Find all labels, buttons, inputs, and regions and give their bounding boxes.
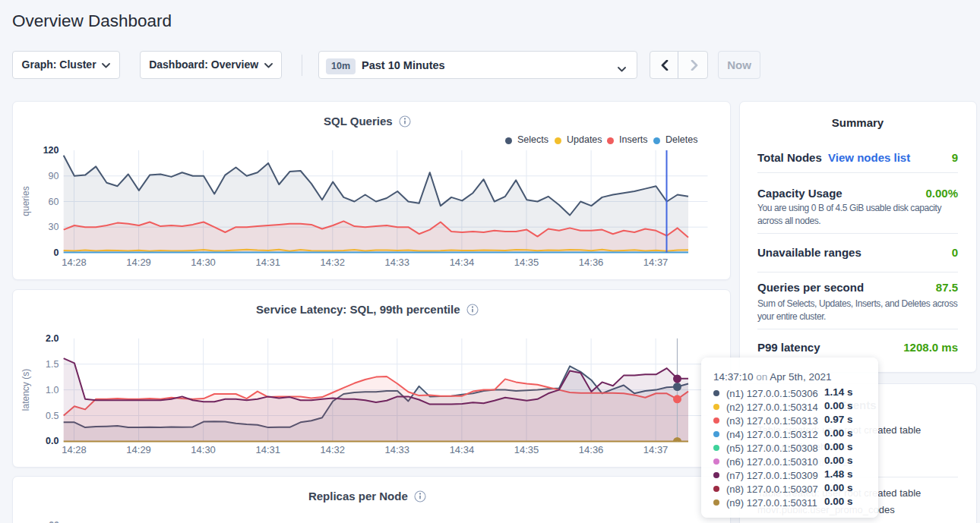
svg-text:120: 120 [43, 145, 58, 156]
svg-text:14:34: 14:34 [449, 444, 474, 455]
svg-text:14:32: 14:32 [320, 257, 345, 268]
svg-text:14:30: 14:30 [191, 257, 216, 268]
svg-text:14:35: 14:35 [514, 257, 539, 268]
svg-text:0: 0 [53, 247, 58, 258]
svg-text:14:30: 14:30 [191, 444, 216, 455]
svg-text:14:35: 14:35 [514, 444, 539, 455]
svg-text:14:32: 14:32 [320, 444, 345, 455]
svg-text:14:37: 14:37 [643, 257, 668, 268]
svg-text:1.0: 1.0 [46, 384, 58, 395]
svg-text:14:28: 14:28 [62, 444, 87, 455]
svg-text:14:28: 14:28 [62, 257, 87, 268]
svg-text:14:34: 14:34 [449, 257, 474, 268]
svg-text:60: 60 [48, 197, 58, 207]
svg-text:queries: queries [20, 186, 30, 216]
svg-text:14:29: 14:29 [126, 444, 151, 455]
svg-text:30: 30 [48, 222, 58, 232]
svg-text:2.0: 2.0 [46, 332, 58, 343]
svg-text:14:31: 14:31 [255, 257, 280, 268]
svg-text:90: 90 [48, 171, 58, 181]
svg-text:14:37: 14:37 [643, 444, 668, 455]
svg-text:0.0: 0.0 [46, 436, 58, 446]
svg-text:14:36: 14:36 [578, 444, 603, 455]
svg-text:14:31: 14:31 [255, 444, 280, 455]
svg-text:latency (s): latency (s) [20, 368, 30, 410]
svg-text:1.5: 1.5 [46, 358, 58, 369]
svg-text:0.5: 0.5 [46, 410, 58, 421]
svg-text:14:29: 14:29 [126, 257, 151, 268]
svg-text:14:36: 14:36 [578, 257, 603, 268]
svg-text:14:33: 14:33 [384, 257, 409, 268]
svg-text:14:33: 14:33 [384, 444, 409, 455]
